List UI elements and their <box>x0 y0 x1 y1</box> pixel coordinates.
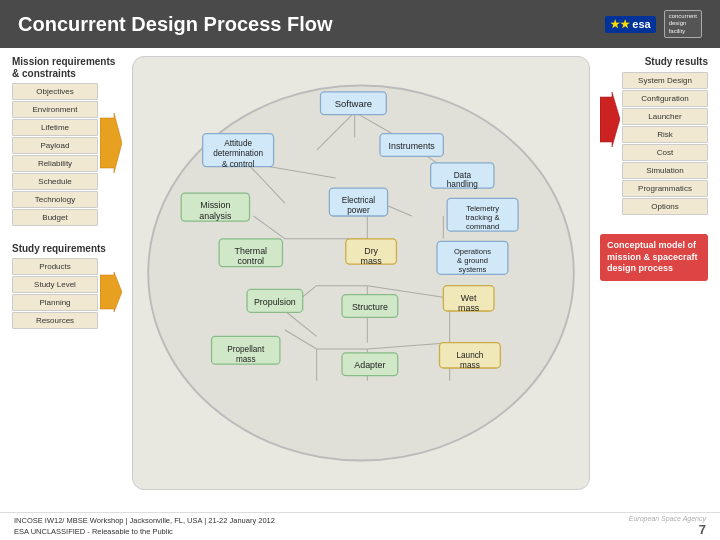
input-budget: Budget <box>12 209 98 226</box>
svg-text:Propulsion: Propulsion <box>254 297 296 307</box>
input-lifetime: Lifetime <box>12 119 98 136</box>
output-launcher: Launcher <box>622 108 708 125</box>
svg-rect-70 <box>440 343 501 368</box>
input-schedule: Schedule <box>12 173 98 190</box>
svg-line-22 <box>367 343 449 349</box>
input-planning: Planning <box>12 294 98 311</box>
mission-requirements-section: Mission requirements & constraints Objec… <box>12 56 122 227</box>
svg-rect-33 <box>380 134 443 157</box>
svg-line-9 <box>253 216 285 239</box>
esa-logo: ★★ esa concurrentdesignfacility <box>605 10 702 38</box>
svg-rect-60 <box>443 286 494 311</box>
output-simulation: Simulation <box>622 162 708 179</box>
svg-text:systems: systems <box>459 265 487 274</box>
svg-text:Wet: Wet <box>461 293 477 303</box>
svg-rect-58 <box>247 289 303 312</box>
svg-text:Instruments: Instruments <box>389 141 436 151</box>
svg-line-16 <box>367 286 449 299</box>
svg-rect-38 <box>181 193 249 221</box>
esa-stars: ★★ <box>610 18 630 31</box>
output-system-design: System Design <box>622 72 708 89</box>
svg-rect-29 <box>203 134 274 167</box>
mission-requirements-title: Mission requirements & constraints <box>12 56 122 80</box>
footer-line1: INCOSE IW12/ MBSE Workshop | Jacksonvill… <box>14 515 275 526</box>
svg-text:Propellant: Propellant <box>227 345 265 354</box>
input-payload: Payload <box>12 137 98 154</box>
svg-text:Mission: Mission <box>200 200 230 210</box>
svg-text:Telemetry: Telemetry <box>466 204 499 213</box>
conceptual-model-box: Conceptual model of mission & spacecraft… <box>600 234 708 281</box>
svg-line-18 <box>285 311 317 336</box>
page-title: Concurrent Design Process Flow <box>18 13 333 36</box>
svg-text:command: command <box>466 222 499 231</box>
svg-text:determination: determination <box>213 149 263 158</box>
main-content: Mission requirements & constraints Objec… <box>0 48 720 498</box>
svg-text:Attitude: Attitude <box>224 139 252 148</box>
diagram-svg: Software Attitude determination & contro… <box>133 57 589 489</box>
svg-text:control: control <box>238 256 265 266</box>
svg-text:analysis: analysis <box>199 211 232 221</box>
output-risk: Risk <box>622 126 708 143</box>
footer: INCOSE IW12/ MBSE Workshop | Jacksonvill… <box>0 512 720 541</box>
svg-line-8 <box>412 146 437 162</box>
input-products: Products <box>12 258 98 275</box>
svg-text:Launch: Launch <box>456 351 483 360</box>
center-diagram: Software Attitude determination & contro… <box>132 56 590 490</box>
svg-rect-68 <box>342 353 398 376</box>
svg-marker-73 <box>600 92 620 147</box>
svg-text:Operations: Operations <box>454 247 491 256</box>
svg-rect-65 <box>212 336 280 364</box>
svg-text:& ground: & ground <box>457 256 488 265</box>
svg-text:Dry: Dry <box>364 246 378 256</box>
footer-line2: ESA UNCLASSIFIED - Releasable to the Pub… <box>14 526 275 537</box>
results-arrow <box>600 92 620 147</box>
header: Concurrent Design Process Flow ★★ esa co… <box>0 0 720 48</box>
output-programmatics: Programmatics <box>622 180 708 197</box>
svg-point-2 <box>148 86 574 461</box>
svg-line-5 <box>317 112 355 150</box>
footer-right: European Space Agency 7 <box>629 515 706 537</box>
svg-text:mass: mass <box>458 303 480 313</box>
agency-name: European Space Agency <box>629 515 706 522</box>
output-configuration: Configuration <box>622 90 708 107</box>
svg-text:mass: mass <box>236 355 256 364</box>
svg-text:& control: & control <box>222 160 255 169</box>
esa-text: esa <box>632 18 650 30</box>
svg-rect-63 <box>342 295 398 318</box>
svg-rect-51 <box>346 239 397 264</box>
input-technology: Technology <box>12 191 98 208</box>
study-results-title: Study results <box>600 56 708 67</box>
input-reliability: Reliability <box>12 155 98 172</box>
svg-text:Electrical: Electrical <box>342 196 376 205</box>
input-objectives: Objectives <box>12 83 98 100</box>
page-number: 7 <box>629 522 706 537</box>
input-environment: Environment <box>12 101 98 118</box>
study-arrow <box>100 272 122 312</box>
study-requirements-title: Study requirements <box>12 243 122 255</box>
svg-text:power: power <box>347 206 370 215</box>
svg-line-10 <box>367 197 411 216</box>
cdf-badge: concurrentdesignfacility <box>664 10 702 38</box>
svg-text:Thermal: Thermal <box>235 246 268 256</box>
svg-line-4 <box>355 112 399 137</box>
input-study-level: Study Level <box>12 276 98 293</box>
svg-text:Adapter: Adapter <box>354 360 385 370</box>
svg-text:handling: handling <box>447 180 479 189</box>
svg-rect-41 <box>329 188 387 216</box>
svg-rect-48 <box>219 239 282 267</box>
left-panel: Mission requirements & constraints Objec… <box>12 56 122 490</box>
svg-rect-27 <box>320 92 386 115</box>
right-panel: Study results System Design Configuratio… <box>600 56 708 490</box>
svg-line-6 <box>247 163 336 178</box>
svg-text:Structure: Structure <box>352 302 388 312</box>
svg-text:mass: mass <box>361 256 383 266</box>
svg-rect-54 <box>437 241 508 274</box>
svg-text:tracking &: tracking & <box>466 213 500 222</box>
svg-text:mass: mass <box>460 361 480 370</box>
svg-rect-35 <box>431 163 494 188</box>
svg-line-7 <box>247 163 285 204</box>
svg-marker-1 <box>100 272 122 312</box>
esa-badge: ★★ esa <box>605 16 655 33</box>
output-cost: Cost <box>622 144 708 161</box>
svg-text:Data: Data <box>454 171 472 180</box>
